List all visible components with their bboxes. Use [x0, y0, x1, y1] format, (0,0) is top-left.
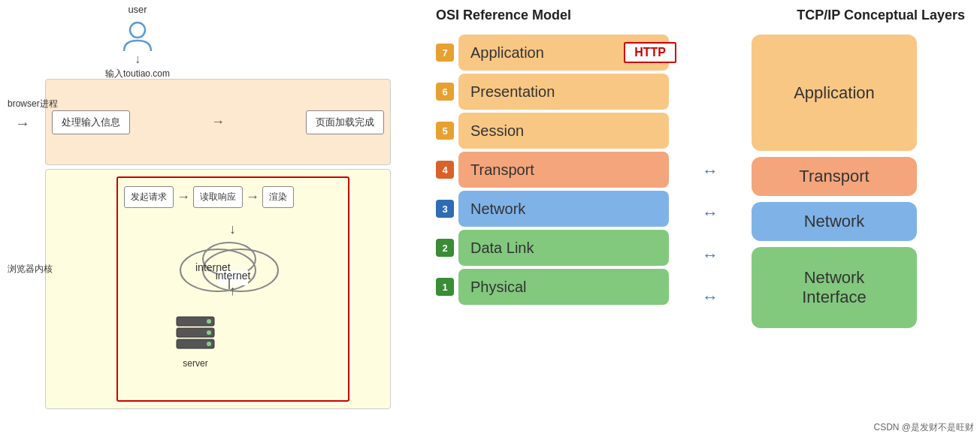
tcpip-box-network: Network — [752, 202, 917, 241]
svg-point-0 — [130, 23, 145, 38]
tcpip-label-netinterface: Network Interface — [802, 268, 867, 308]
process-box-2: 页面加载完成 — [306, 110, 384, 134]
layer-box-3: Network — [458, 191, 669, 227]
step-box-1: 发起请求 — [124, 186, 174, 208]
tcpip-label-network: Network — [804, 212, 865, 231]
tcpip-column: Application Transport Network Network In… — [752, 35, 917, 328]
osi-row-2: 2 Data Link — [436, 230, 669, 266]
layers-container: 7 Application HTTP 6 Presentation 5 Sess… — [436, 35, 965, 328]
right-arrow-icon: → — [211, 114, 225, 130]
left-panel: user ↓ 输入toutiao.com 处理输入信息 → 页面加载完成 bro… — [0, 0, 421, 440]
http-badge: HTTP — [624, 42, 676, 63]
tcp-title: TCP/IP Conceptual Layers — [797, 8, 965, 23]
watermark: CSDN @是发财不是旺财 — [873, 421, 974, 434]
tcpip-box-application: Application — [752, 35, 917, 151]
layer-num-4: 4 — [436, 161, 454, 179]
cloud-server-arrow-icon: → — [194, 312, 207, 327]
internet-label: internet — [195, 261, 231, 273]
steps-row: 发起请求 → 读取响应 → 渲染 — [124, 186, 294, 208]
arrow-connectors: ↔ ↔ ↔ ↔ — [691, 35, 729, 328]
svg-point-11 — [207, 330, 211, 335]
user-section: user ↓ 输入toutiao.com — [105, 4, 170, 80]
layer-label-5: Session — [470, 122, 524, 140]
right-panel: OSI Reference Model TCP/IP Conceptual La… — [421, 0, 980, 440]
layer-label-6: Presentation — [470, 83, 555, 101]
step-box-2: 读取响应 — [193, 186, 243, 208]
down-arrow-icon: ↓ — [135, 53, 141, 66]
layer-label-4: Transport — [470, 161, 534, 179]
user-icon — [121, 18, 154, 51]
layer-box-6: Presentation — [458, 74, 669, 110]
svg-point-12 — [207, 342, 211, 346]
osi-row-1: 1 Physical — [436, 269, 669, 305]
layer-num-1: 1 — [436, 278, 454, 296]
connector-physical-icon: ↔ — [691, 279, 729, 315]
layer-box-4: Transport — [458, 152, 669, 188]
step-arrow-1-icon: → — [177, 189, 190, 205]
osi-column: 7 Application HTTP 6 Presentation 5 Sess… — [436, 35, 669, 328]
layer-box-7: Application HTTP — [458, 35, 669, 71]
process-box-1: 处理输入信息 — [52, 110, 130, 134]
connector-datalink-icon: ↔ — [691, 237, 729, 273]
layer-num-3: 3 — [436, 200, 454, 218]
layer-num-2: 2 — [436, 239, 454, 257]
layer-box-1: Physical — [458, 269, 669, 305]
tcpip-label-transport: Transport — [799, 167, 869, 186]
user-label: user — [128, 4, 147, 15]
layer-label-2: Data Link — [470, 240, 534, 257]
layer-label-7: Application — [470, 44, 544, 62]
browser-kernel-label: 浏览器内核 — [8, 263, 53, 276]
vert-arrow-up-icon: ↑ — [229, 283, 236, 299]
step-arrow-2-icon: → — [246, 189, 259, 205]
browser-process-label: browser进程 — [8, 98, 58, 110]
connector-network-icon: ↔ — [691, 195, 729, 231]
osi-row-7: 7 Application HTTP — [436, 35, 669, 71]
osi-row-3: 3 Network — [436, 191, 669, 227]
layer-num-5: 5 — [436, 122, 454, 140]
browser-process-box: 处理输入信息 → 页面加载完成 — [45, 79, 391, 165]
tcpip-box-transport: Transport — [752, 157, 917, 196]
left-arrow-browser-icon: → — [15, 115, 30, 132]
osi-row-6: 6 Presentation — [436, 74, 669, 110]
tcpip-label-application: Application — [794, 83, 875, 103]
layer-label-1: Physical — [470, 279, 526, 296]
layer-num-7: 7 — [436, 44, 454, 62]
vert-arrow-down-icon: ↓ — [229, 222, 236, 237]
server-label: server — [183, 358, 207, 369]
layer-box-2: Data Link — [458, 230, 669, 266]
osi-row-4: 4 Transport — [436, 152, 669, 188]
step-box-3: 渲染 — [262, 186, 294, 208]
osi-title: OSI Reference Model — [436, 8, 571, 23]
layer-box-5: Session — [458, 113, 669, 149]
tcpip-box-netinterface: Network Interface — [752, 247, 917, 328]
osi-row-5: 5 Session — [436, 113, 669, 149]
layer-num-6: 6 — [436, 83, 454, 101]
connector-transport-icon: ↔ — [691, 153, 729, 189]
layer-label-3: Network — [470, 200, 525, 218]
